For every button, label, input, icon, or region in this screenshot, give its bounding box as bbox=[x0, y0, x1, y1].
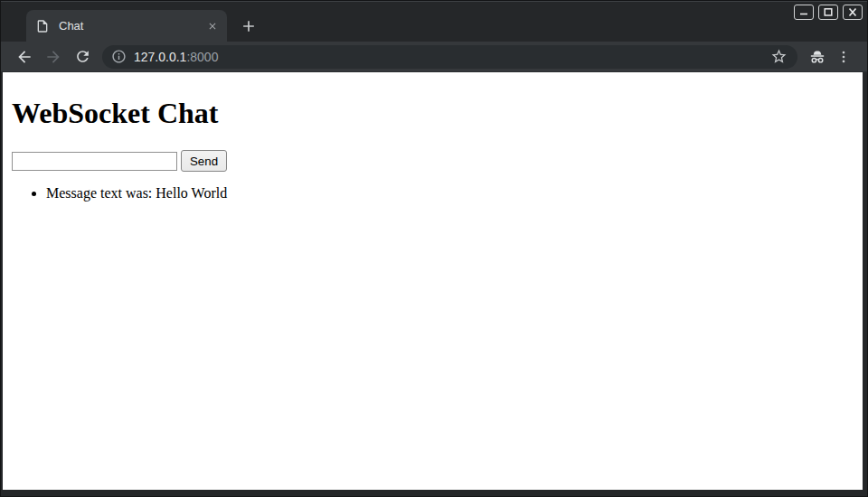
site-info-icon[interactable] bbox=[111, 49, 127, 64]
tab-close-icon[interactable] bbox=[205, 19, 220, 33]
url-port: :8000 bbox=[186, 50, 218, 64]
url-text[interactable]: 127.0.0.1:8000 bbox=[134, 50, 767, 64]
titlebar-highlight bbox=[1, 1, 867, 2]
back-button[interactable] bbox=[10, 42, 39, 71]
address-bar[interactable]: 127.0.0.1:8000 bbox=[102, 45, 797, 69]
browser-toolbar: 127.0.0.1:8000 bbox=[1, 42, 867, 72]
message-list: Message text was: Hello World bbox=[10, 185, 855, 202]
tab-title: Chat bbox=[59, 19, 205, 33]
browser-menu-icon[interactable] bbox=[831, 44, 856, 70]
browser-window: Chat bbox=[0, 0, 868, 497]
window-controls bbox=[794, 5, 863, 20]
new-tab-button[interactable] bbox=[236, 14, 261, 39]
message-item: Message text was: Hello World bbox=[46, 185, 855, 202]
url-host: 127.0.0.1 bbox=[134, 50, 186, 64]
forward-button[interactable] bbox=[39, 42, 68, 71]
tab-strip: Chat bbox=[1, 1, 867, 42]
minimize-button[interactable] bbox=[794, 5, 814, 20]
incognito-icon bbox=[804, 43, 831, 70]
tab-chat[interactable]: Chat bbox=[26, 10, 227, 42]
bookmark-star-icon[interactable] bbox=[767, 45, 790, 69]
document-icon bbox=[35, 19, 50, 33]
window-frame-border: WebSocket Chat Send Message text was: He… bbox=[1, 72, 867, 496]
message-input[interactable] bbox=[12, 152, 177, 171]
reload-button[interactable] bbox=[68, 42, 97, 71]
page-content: WebSocket Chat Send Message text was: He… bbox=[3, 72, 863, 490]
close-window-button[interactable] bbox=[843, 5, 863, 20]
maximize-button[interactable] bbox=[818, 5, 838, 20]
send-button[interactable]: Send bbox=[181, 150, 227, 172]
page-title: WebSocket Chat bbox=[12, 97, 855, 130]
chat-form: Send bbox=[12, 150, 855, 172]
